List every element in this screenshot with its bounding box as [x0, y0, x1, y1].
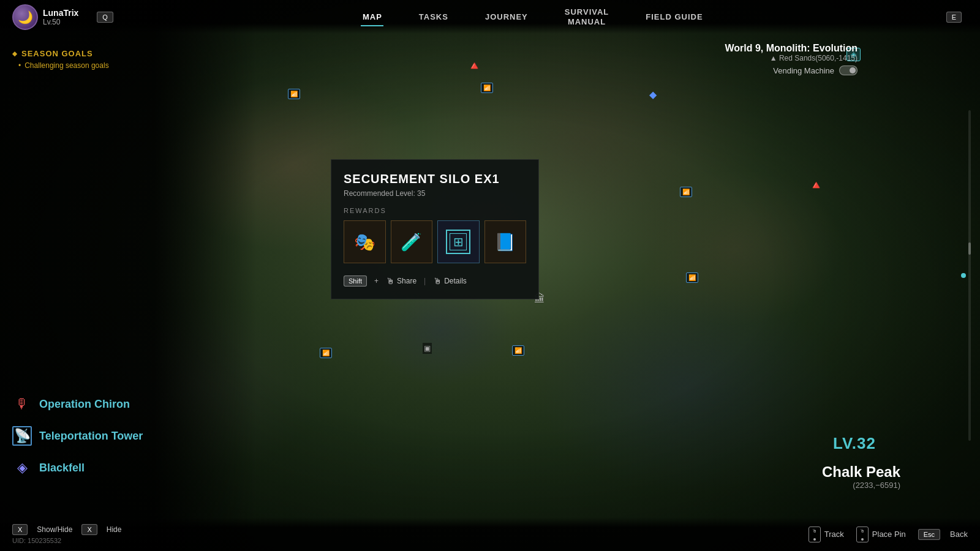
back-action[interactable]: Esc Back	[918, 529, 968, 540]
details-button[interactable]: 🖱 Details	[433, 276, 467, 286]
hint-hide-label: Hide	[107, 525, 122, 534]
player-name: LunaTrix	[43, 8, 78, 18]
bottom-left: X Show/Hide X Hide UID: 150235532	[12, 524, 121, 544]
place-pin-action[interactable]: 🖱 Place Pin	[856, 527, 906, 542]
nav-item-field-guide[interactable]: FIELD GUIDE	[627, 9, 721, 24]
popup-actions: Shift + 🖱 Share | 🖱 Details	[344, 276, 526, 287]
reward-icon-1: 🎭	[354, 232, 375, 252]
rewards-grid: 🎭 🧪 📘	[344, 220, 526, 263]
avatar	[12, 4, 38, 30]
hint-hide[interactable]: X Hide	[81, 524, 121, 535]
world-name: World 9, Monolith: Evolution	[725, 43, 858, 54]
action-separator: |	[424, 277, 426, 285]
popup-card: SECUREMENT SILO EX1 Recommended Level: 3…	[331, 159, 539, 299]
scrollbar-dot	[961, 273, 966, 278]
sidebar-items: 🎙 Operation Chiron 📡 Teleportation Tower…	[12, 394, 143, 478]
right-scrollbar[interactable]	[968, 110, 971, 441]
map-pin-wifi-5[interactable]: 📶	[320, 348, 332, 358]
chalk-peak-name: Chalk Peak	[822, 463, 900, 481]
map-pin-wifi-4[interactable]: 📶	[686, 272, 698, 283]
operation-chiron-icon: 🎙	[12, 394, 32, 414]
season-goals: SEASON GOALS Challenging season goals	[12, 49, 109, 70]
bottom-right: 🖱 Track 🖱 Place Pin Esc Back	[809, 527, 968, 542]
shift-key: Shift	[344, 276, 367, 287]
nav-key-q[interactable]: Q	[97, 12, 113, 23]
sidebar-item-teleportation-tower[interactable]: 📡 Teleportation Tower	[12, 426, 143, 446]
nav-item-survival-manual[interactable]: SURVIVALMANUAL	[546, 4, 628, 29]
map-pin-wifi-6[interactable]: 📶	[512, 345, 524, 356]
mouse-icon-share: 🖱	[386, 276, 394, 286]
blackfell-icon: ◈	[12, 458, 32, 478]
popup-title: SECUREMENT SILO EX1	[344, 172, 526, 186]
nav-item-map[interactable]: MAP	[344, 9, 401, 24]
map-pin-wifi-2[interactable]: 📶	[481, 83, 493, 93]
back-label: Back	[950, 530, 968, 539]
sidebar-item-blackfell[interactable]: ◈ Blackfell	[12, 458, 143, 478]
reward-item-2[interactable]: 🧪	[391, 220, 433, 263]
map-pin-small-1: ▣	[423, 343, 432, 354]
reward-item-1[interactable]: 🎭	[344, 220, 386, 263]
blackfell-label: Blackfell	[39, 462, 85, 474]
place-pin-label: Place Pin	[872, 530, 906, 539]
uid-text: UID: 150235532	[12, 537, 121, 544]
player-details: LunaTrix Lv.50	[43, 8, 78, 26]
world-coords: Red Sands(5060,-1415)	[725, 54, 858, 62]
teleportation-tower-icon: 📡	[12, 426, 32, 446]
plus-sign: +	[374, 277, 379, 285]
operation-chiron-label: Operation Chiron	[39, 398, 130, 411]
reward-item-3[interactable]	[437, 220, 480, 263]
world-info: World 9, Monolith: Evolution Red Sands(5…	[725, 43, 858, 75]
nav-item-tasks[interactable]: TASKS	[401, 9, 467, 24]
vending-machine-row: Vending Machine	[725, 66, 858, 75]
map-pin-wifi-1[interactable]: 📶	[288, 89, 300, 99]
map-pin-teal-2[interactable]: 🔺	[809, 178, 824, 192]
chalk-peak: Chalk Peak (2233,−6591)	[822, 463, 900, 490]
season-goal-item-1[interactable]: Challenging season goals	[18, 61, 109, 70]
reward-icon-4: 📘	[494, 232, 516, 252]
nav-items: MAP TASKS JOURNEY SURVIVALMANUAL FIELD G…	[119, 4, 946, 29]
sidebar-item-operation-chiron[interactable]: 🎙 Operation Chiron	[12, 394, 143, 414]
season-goals-title: SEASON GOALS	[12, 49, 109, 58]
chalk-peak-coords: (2233,−6591)	[822, 481, 900, 490]
track-mouse-btn: 🖱	[809, 527, 821, 542]
share-button[interactable]: 🖱 Share	[386, 276, 417, 286]
teleportation-tower-label: Teleportation Tower	[39, 430, 143, 443]
bottom-bar: X Show/Hide X Hide UID: 150235532 🖱 Trac…	[0, 517, 980, 551]
reward-item-4[interactable]: 📘	[484, 220, 527, 263]
bottom-hints: X Show/Hide X Hide UID: 150235532	[12, 524, 121, 544]
lv-indicator: LV.32	[833, 434, 876, 453]
scrollbar-thumb	[968, 242, 971, 255]
vending-machine-label: Vending Machine	[773, 66, 834, 75]
track-label: Track	[824, 530, 844, 539]
hint-key-x-2: X	[81, 524, 97, 535]
hint-show-hide-label: Show/Hide	[37, 525, 72, 534]
popup-level: Recommended Level: 35	[344, 189, 526, 198]
back-key: Esc	[918, 529, 940, 540]
top-nav: LunaTrix Lv.50 Q MAP TASKS JOURNEY SURVI…	[0, 0, 980, 34]
reward-icon-3-graphic	[446, 230, 470, 254]
mouse-icon-details: 🖱	[433, 276, 442, 286]
player-level: Lv.50	[43, 18, 78, 26]
nav-item-journey[interactable]: JOURNEY	[467, 9, 546, 24]
hint-key-x-1: X	[12, 524, 28, 535]
reward-icon-2: 🧪	[401, 232, 422, 252]
nav-key-e[interactable]: E	[946, 12, 962, 23]
hint-show-hide[interactable]: X Show/Hide	[12, 524, 72, 535]
vending-machine-toggle[interactable]	[839, 66, 858, 75]
place-pin-mouse-btn: 🖱	[856, 527, 869, 542]
map-pin-wifi-3[interactable]: 📶	[680, 187, 692, 197]
popup-rewards-label: REWARDS	[344, 207, 526, 214]
track-action[interactable]: 🖱 Track	[809, 527, 844, 542]
map-pin-teal-1[interactable]: 🔺	[467, 58, 482, 73]
map-pin-diamond[interactable]: ◆	[649, 89, 657, 100]
player-info: LunaTrix Lv.50	[12, 4, 78, 30]
